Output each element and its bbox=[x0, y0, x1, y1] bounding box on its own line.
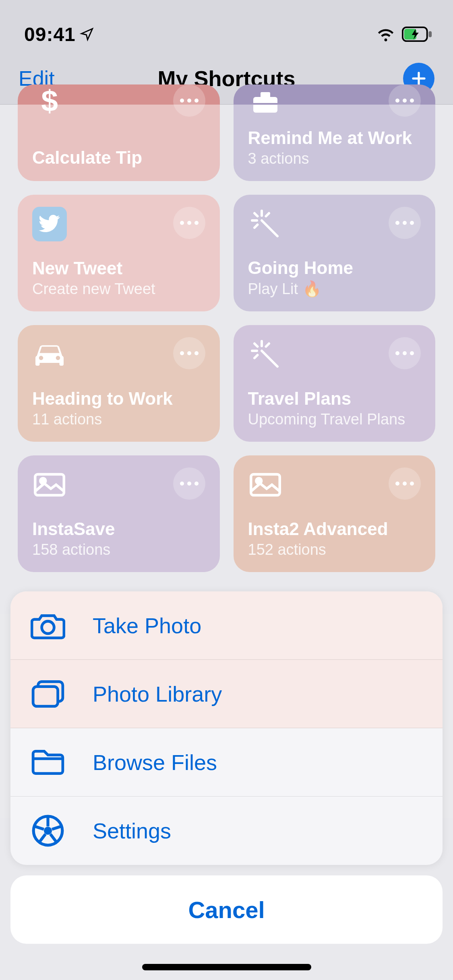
card-title: New Tweet bbox=[32, 259, 205, 278]
action-sheet-panel: Take Photo Photo Library Browse Files Se… bbox=[10, 591, 443, 865]
car-icon bbox=[32, 337, 67, 372]
svg-point-30 bbox=[44, 827, 52, 835]
svg-rect-2 bbox=[429, 31, 432, 37]
svg-rect-27 bbox=[33, 686, 58, 706]
briefcase-icon bbox=[248, 84, 283, 119]
home-indicator[interactable] bbox=[142, 964, 311, 970]
action-sheet: Take Photo Photo Library Browse Files Se… bbox=[10, 591, 443, 944]
status-time: 09:41 bbox=[24, 23, 94, 45]
svg-line-19 bbox=[266, 344, 269, 347]
card-subtitle: 152 actions bbox=[248, 541, 421, 558]
svg-line-35 bbox=[35, 826, 44, 829]
svg-line-33 bbox=[50, 834, 56, 842]
shortcut-card[interactable]: Travel Plans Upcoming Travel Plans bbox=[234, 325, 436, 442]
sheet-item-label: Browse Files bbox=[93, 750, 217, 775]
svg-line-32 bbox=[52, 826, 61, 829]
browse-files-item[interactable]: Browse Files bbox=[10, 728, 443, 797]
card-title: Going Home bbox=[248, 258, 421, 278]
svg-rect-21 bbox=[35, 474, 64, 495]
more-icon[interactable] bbox=[173, 337, 205, 369]
shortcut-card[interactable]: InstaSave 158 actions bbox=[18, 455, 220, 572]
card-subtitle: Create new Tweet bbox=[32, 280, 205, 298]
card-subtitle: Play Lit 🔥 bbox=[248, 280, 421, 298]
shortcut-card[interactable]: Heading to Work 11 actions bbox=[18, 325, 220, 442]
svg-text:$: $ bbox=[41, 86, 58, 117]
more-icon[interactable] bbox=[173, 467, 205, 500]
time-text: 09:41 bbox=[24, 23, 76, 45]
folder-icon bbox=[31, 745, 65, 780]
svg-line-15 bbox=[262, 351, 277, 366]
card-title: Travel Plans bbox=[248, 389, 421, 408]
sheet-item-label: Photo Library bbox=[93, 681, 222, 706]
shortcut-card[interactable]: Going Home Play Lit 🔥 bbox=[234, 195, 436, 311]
gear-icon bbox=[31, 813, 65, 848]
wand-icon bbox=[248, 337, 283, 372]
sheet-item-label: Settings bbox=[93, 818, 171, 843]
shortcut-card[interactable]: Remind Me at Work 3 actions bbox=[234, 84, 436, 181]
more-icon[interactable] bbox=[389, 207, 421, 239]
wand-icon bbox=[248, 207, 283, 241]
card-subtitle: 158 actions bbox=[32, 541, 205, 558]
card-subtitle: 3 actions bbox=[248, 150, 421, 167]
svg-line-13 bbox=[266, 213, 269, 216]
svg-line-14 bbox=[254, 225, 258, 228]
svg-line-18 bbox=[254, 344, 258, 347]
photo-library-icon bbox=[31, 677, 65, 711]
more-icon[interactable] bbox=[389, 467, 421, 500]
photo-library-item[interactable]: Photo Library bbox=[10, 660, 443, 728]
sheet-item-label: Take Photo bbox=[93, 613, 201, 638]
status-icons bbox=[376, 27, 433, 42]
card-title: Heading to Work bbox=[32, 389, 205, 408]
more-icon[interactable] bbox=[173, 84, 205, 117]
location-icon bbox=[80, 27, 94, 41]
shortcut-card[interactable]: Insta2 Advanced 152 actions bbox=[234, 455, 436, 572]
more-icon[interactable] bbox=[389, 84, 421, 117]
shortcut-card[interactable]: $ Calculate Tip bbox=[18, 84, 220, 181]
svg-rect-8 bbox=[253, 103, 277, 105]
card-subtitle: 11 actions bbox=[32, 411, 205, 428]
more-icon[interactable] bbox=[389, 337, 421, 369]
card-title: Calculate Tip bbox=[32, 148, 205, 167]
photo-icon bbox=[248, 467, 283, 502]
card-subtitle: Upcoming Travel Plans bbox=[248, 411, 421, 428]
take-photo-item[interactable]: Take Photo bbox=[10, 591, 443, 660]
photo-icon bbox=[32, 467, 67, 502]
camera-icon bbox=[31, 608, 65, 643]
twitter-icon bbox=[32, 207, 67, 241]
card-title: InstaSave bbox=[32, 519, 205, 539]
svg-point-25 bbox=[42, 621, 54, 634]
status-bar: 09:41 bbox=[0, 0, 453, 52]
svg-line-34 bbox=[39, 834, 46, 842]
cancel-button[interactable]: Cancel bbox=[10, 875, 443, 944]
wifi-icon bbox=[376, 27, 396, 42]
svg-line-20 bbox=[254, 355, 258, 358]
svg-rect-7 bbox=[261, 92, 270, 98]
svg-line-9 bbox=[262, 220, 277, 236]
card-title: Insta2 Advanced bbox=[248, 519, 421, 539]
more-icon[interactable] bbox=[173, 207, 205, 239]
card-title: Remind Me at Work bbox=[248, 128, 421, 148]
shortcut-grid: $ Calculate Tip Remind Me at Work 3 acti… bbox=[0, 105, 453, 572]
settings-item[interactable]: Settings bbox=[10, 797, 443, 865]
dollar-icon: $ bbox=[32, 84, 67, 119]
svg-line-12 bbox=[254, 213, 258, 216]
shortcut-card[interactable]: New Tweet Create new Tweet bbox=[18, 195, 220, 311]
battery-icon bbox=[401, 27, 433, 42]
svg-rect-23 bbox=[251, 474, 280, 495]
